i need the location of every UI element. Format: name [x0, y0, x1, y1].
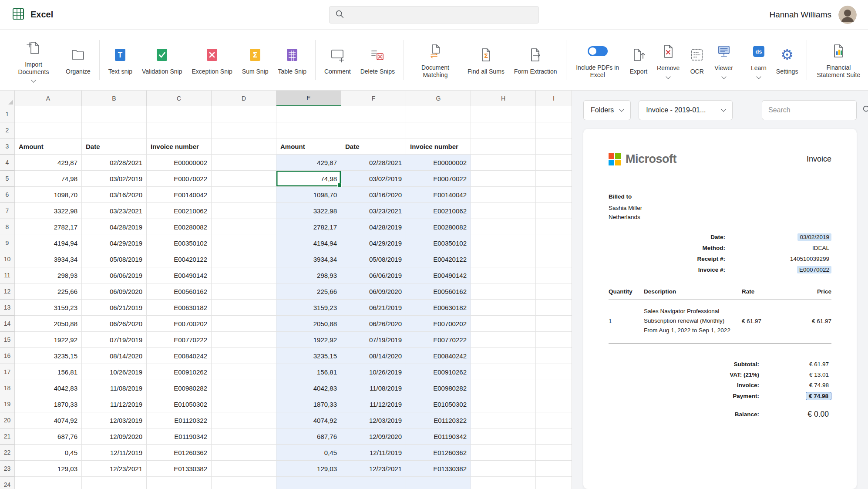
cell-A17[interactable]: 156,81	[15, 364, 82, 380]
cell-G18[interactable]: E00980282	[406, 380, 471, 396]
cell-I17[interactable]	[536, 364, 572, 380]
cell-C6[interactable]: E00140042	[147, 187, 212, 203]
cell-E6[interactable]: 1098,70	[276, 187, 341, 203]
cell-B21[interactable]: 12/09/2020	[82, 428, 147, 445]
cell-I22[interactable]	[536, 445, 572, 461]
cell-B2[interactable]	[82, 122, 147, 138]
column-header-G[interactable]: G	[406, 91, 471, 106]
cell-A15[interactable]: 1922,92	[15, 332, 82, 348]
cell-D2[interactable]	[212, 122, 276, 138]
ribbon-learn-button[interactable]: dsLearn	[746, 39, 771, 81]
cell-E12[interactable]: 225,66	[276, 283, 341, 300]
cell-F13[interactable]: 06/21/2019	[341, 300, 406, 316]
cell-C10[interactable]: E00420122	[147, 251, 212, 267]
cell-D19[interactable]	[212, 396, 276, 412]
cell-H24[interactable]	[471, 477, 536, 489]
cell-I16[interactable]	[536, 348, 572, 364]
cell-D3[interactable]	[212, 138, 276, 155]
cell-H3[interactable]	[471, 138, 536, 155]
cell-I3[interactable]	[536, 138, 572, 155]
cell-C24[interactable]	[147, 477, 212, 489]
cell-G20[interactable]: E01120322	[406, 412, 471, 428]
cell-F12[interactable]: 06/09/2020	[341, 283, 406, 300]
cell-D13[interactable]	[212, 300, 276, 316]
cell-G7[interactable]: E00210062	[406, 203, 471, 219]
cell-G6[interactable]: E00140042	[406, 187, 471, 203]
cell-B8[interactable]: 04/28/2019	[82, 219, 147, 235]
ribbon-financial-statement-suite-button[interactable]: Financial Statement Suite	[811, 38, 866, 81]
cell-C11[interactable]: E00490142	[147, 267, 212, 283]
row-header-16[interactable]: 16	[0, 348, 15, 364]
cell-F18[interactable]: 11/08/2019	[341, 380, 406, 396]
cell-A11[interactable]: 298,93	[15, 267, 82, 283]
cell-F14[interactable]: 06/26/2020	[341, 316, 406, 332]
cell-D12[interactable]	[212, 283, 276, 300]
panel-search[interactable]	[762, 100, 857, 120]
row-header-7[interactable]: 7	[0, 203, 15, 219]
cell-D8[interactable]	[212, 219, 276, 235]
row-header-12[interactable]: 12	[0, 283, 15, 300]
cell-E8[interactable]: 2782,17	[276, 219, 341, 235]
ribbon-delete-snips-button[interactable]: Delete Snips	[356, 42, 400, 78]
cell-F2[interactable]	[341, 122, 406, 138]
cell-D7[interactable]	[212, 203, 276, 219]
row-header-19[interactable]: 19	[0, 396, 15, 412]
cell-C17[interactable]: E00910262	[147, 364, 212, 380]
cell-G5[interactable]: E00070022	[406, 171, 471, 187]
cell-I7[interactable]	[536, 203, 572, 219]
cell-E13[interactable]: 3159,23	[276, 300, 341, 316]
cell-G19[interactable]: E01050302	[406, 396, 471, 412]
cell-C9[interactable]: E00350102	[147, 235, 212, 251]
cell-D23[interactable]	[212, 461, 276, 477]
cell-H16[interactable]	[471, 348, 536, 364]
cell-H21[interactable]	[471, 428, 536, 445]
cell-F19[interactable]: 11/12/2019	[341, 396, 406, 412]
cell-C12[interactable]: E00560162	[147, 283, 212, 300]
cell-F16[interactable]: 08/14/2020	[341, 348, 406, 364]
cell-A1[interactable]	[15, 106, 82, 122]
cell-H12[interactable]	[471, 283, 536, 300]
cell-C18[interactable]: E00980282	[147, 380, 212, 396]
cell-B3[interactable]: Date	[82, 138, 147, 155]
ribbon-remove-button[interactable]: Remove	[652, 39, 684, 81]
cell-C4[interactable]: E00000002	[147, 155, 212, 171]
cell-B16[interactable]: 08/14/2020	[82, 348, 147, 364]
cell-H7[interactable]	[471, 203, 536, 219]
cell-C5[interactable]: E00070022	[147, 171, 212, 187]
cell-B4[interactable]: 02/28/2021	[82, 155, 147, 171]
cell-G15[interactable]: E00770222	[406, 332, 471, 348]
cell-B22[interactable]: 12/11/2019	[82, 445, 147, 461]
row-header-24[interactable]: 24	[0, 477, 15, 489]
row-header-14[interactable]: 14	[0, 316, 15, 332]
cell-E5[interactable]: 74,98	[276, 171, 341, 187]
cell-E17[interactable]: 156,81	[276, 364, 341, 380]
cell-I8[interactable]	[536, 219, 572, 235]
ribbon-table-snip-button[interactable]: Table Snip	[273, 42, 311, 78]
cell-H15[interactable]	[471, 332, 536, 348]
cell-B5[interactable]: 03/02/2019	[82, 171, 147, 187]
cell-B1[interactable]	[82, 106, 147, 122]
cell-D18[interactable]	[212, 380, 276, 396]
cell-E11[interactable]: 298,93	[276, 267, 341, 283]
column-header-I[interactable]: I	[536, 91, 572, 106]
cell-E15[interactable]: 1922,92	[276, 332, 341, 348]
cell-F8[interactable]: 04/28/2019	[341, 219, 406, 235]
cell-I19[interactable]	[536, 396, 572, 412]
cell-E1[interactable]	[276, 106, 341, 122]
cell-H18[interactable]	[471, 380, 536, 396]
cell-C21[interactable]: E01190342	[147, 428, 212, 445]
cell-B11[interactable]: 06/06/2019	[82, 267, 147, 283]
cell-A10[interactable]: 3934,34	[15, 251, 82, 267]
invoice-total-value[interactable]: € 74.98	[806, 392, 831, 400]
cell-D4[interactable]	[212, 155, 276, 171]
cell-E14[interactable]: 2050,88	[276, 316, 341, 332]
cell-I20[interactable]	[536, 412, 572, 428]
cell-E24[interactable]	[276, 477, 341, 489]
ribbon-sum-snip-button[interactable]: ΣSum Snip	[237, 42, 273, 78]
cell-D6[interactable]	[212, 187, 276, 203]
cell-H14[interactable]	[471, 316, 536, 332]
cell-A8[interactable]: 2782,17	[15, 219, 82, 235]
row-header-1[interactable]: 1	[0, 106, 15, 122]
cell-G1[interactable]	[406, 106, 471, 122]
ribbon-ocr-button[interactable]: OCR	[684, 42, 710, 78]
